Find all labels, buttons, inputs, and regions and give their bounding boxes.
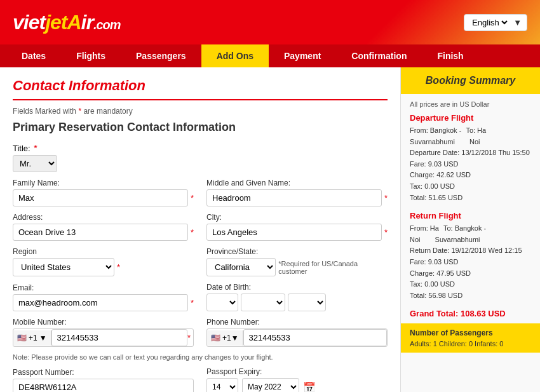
middle-given-label: Middle and Given Name: (206, 179, 388, 187)
address-row: Address: * City: * (13, 213, 388, 241)
logo-vietjet: vietjetAir (13, 11, 93, 34)
address-input[interactable] (13, 224, 188, 241)
tab-confirmation[interactable]: Confirmation (336, 44, 422, 67)
dob-year-select[interactable] (288, 294, 326, 311)
return-title: Return Flight (410, 211, 531, 220)
region-select[interactable]: United States (13, 258, 114, 276)
passport-label: Passport Number: (13, 368, 194, 377)
address-group: Address: * (13, 213, 194, 241)
province-group: Province/State: California *Required for… (206, 247, 388, 276)
departure-total: Total: 51.65 USD (410, 193, 531, 204)
calendar-icon[interactable]: 📅 (303, 381, 316, 393)
province-select[interactable]: California (206, 258, 276, 276)
dob-month-select[interactable] (241, 294, 285, 311)
departure-charge: Charge: 42.62 USD (410, 170, 531, 181)
summary-header: Booking Summary (401, 67, 540, 94)
language-selector[interactable]: English ▼ (464, 14, 527, 31)
departure-date: Departure Date: 13/12/2018 Thu 15:50 (410, 147, 531, 159)
province-note: *Required for US/Canada customer (278, 260, 388, 275)
tab-payment[interactable]: Payment (269, 44, 336, 67)
page-title: Contact Information (13, 78, 388, 100)
tab-flights[interactable]: Flights (61, 44, 121, 67)
expiry-month-select[interactable]: May 2022 (242, 378, 299, 392)
passport-group: Passport Number: (13, 368, 194, 392)
expiry-day-select[interactable]: 14 (206, 378, 238, 392)
middle-given-input[interactable] (206, 189, 382, 206)
mobile-label: Mobile Number: (13, 318, 194, 327)
tab-dates[interactable]: Dates (6, 44, 61, 67)
logo-com: .com (93, 18, 121, 32)
city-group: City: * (206, 213, 388, 241)
departure-to-sub: Noi (469, 138, 480, 145)
summary-title: Booking Summary (410, 75, 531, 86)
province-label: Province/State: (206, 247, 388, 256)
mandatory-note: Fields Marked with * are mandatory (13, 107, 388, 116)
departure-tax: Tax: 0.00 USD (410, 181, 531, 193)
departure-from: From: Bangkok - (410, 126, 461, 134)
phone-row: Mobile Number: 🇺🇸+1▼ * Phone Number: 🇺🇸+… (13, 318, 388, 347)
dob-inputs (206, 294, 388, 311)
return-tax: Tax: 0.00 USD (410, 279, 531, 290)
phone-input[interactable] (243, 329, 387, 346)
return-fare: Fare: 9.03 USD (410, 257, 531, 268)
city-label: City: (206, 213, 388, 222)
return-to: To: Bangkok - (443, 224, 486, 232)
return-from-sub: Noi (410, 236, 421, 243)
return-from: From: Ha (410, 224, 439, 232)
tab-addons[interactable]: Add Ons (201, 44, 269, 67)
return-to-sub: Suvarnabhumi (435, 236, 480, 243)
address-label: Address: (13, 213, 194, 222)
currency-note: All prices are in US Dollar (410, 100, 531, 108)
passport-row: Passport Number: Passport Expiry: 14 May… (13, 367, 388, 392)
booking-summary: Booking Summary All prices are in US Dol… (400, 67, 540, 392)
grand-total: Grand Total: 108.63 USD (410, 309, 531, 318)
passengers-section: Number of Passengers Adults: 1 Children:… (401, 323, 540, 353)
phone-flag: 🇺🇸+1▼ (207, 330, 243, 346)
return-charge: Charge: 47.95 USD (410, 268, 531, 280)
region-row: Region United States * Province/State: C… (13, 247, 388, 276)
family-name-group: Family Name: * (13, 179, 194, 206)
logo: vietjetAir.com (13, 11, 121, 34)
tab-passengers[interactable]: Passengers (121, 44, 201, 67)
city-input[interactable] (206, 224, 382, 241)
pax-detail: Adults: 1 Children: 0 Infants: 0 (410, 340, 531, 348)
phone-group: Phone Number: 🇺🇸+1▼ (206, 318, 388, 347)
return-flight: Return Flight From: Ha To: Bangkok - Noi… (410, 211, 531, 301)
return-route: From: Ha To: Bangkok - Noi Suvarnabhumi (410, 223, 531, 245)
family-name-input[interactable] (13, 189, 188, 206)
tab-finish[interactable]: Finish (422, 44, 478, 67)
passport-input[interactable] (13, 379, 194, 392)
summary-body: All prices are in US Dollar Departure Fl… (401, 94, 540, 353)
dob-day-select[interactable] (206, 294, 238, 311)
pax-title: Number of Passengers (410, 328, 531, 337)
departure-from-sub: Suvarnabhumi (410, 138, 455, 145)
middle-given-group: Middle and Given Name: * (206, 179, 388, 206)
return-total: Total: 56.98 USD (410, 290, 531, 302)
header: vietjetAir.com English ▼ (0, 0, 540, 44)
departure-route: From: Bangkok - To: Ha Suvarnabhumi Noi (410, 125, 531, 147)
email-dob-row: Email: * Date of Birth: (13, 283, 388, 311)
title-select[interactable]: Mr. Mrs. Ms. (13, 155, 57, 172)
name-row: Family Name: * Middle and Given Name: * (13, 179, 388, 206)
passport-expiry-group: Passport Expiry: 14 May 2022 📅 (206, 367, 388, 392)
section-title: Primary Reservation Contact Information (13, 121, 388, 134)
chevron-down-icon: ▼ (513, 18, 522, 27)
dob-group: Date of Birth: (206, 283, 388, 311)
family-name-label: Family Name: (13, 179, 194, 187)
departure-flight: Departure Flight From: Bangkok - To: Ha … (410, 113, 531, 203)
region-label: Region (13, 247, 194, 256)
sms-note: Note: Please provide so we can call or t… (13, 353, 388, 361)
email-label: Email: (13, 283, 194, 292)
contact-form: Contact Information Fields Marked with *… (0, 67, 400, 392)
passport-expiry-inputs: 14 May 2022 📅 (206, 378, 388, 392)
mobile-flag: 🇺🇸+1▼ (13, 330, 51, 346)
mobile-input[interactable] (51, 329, 187, 346)
departure-to: To: Ha (466, 126, 486, 134)
mobile-group: Mobile Number: 🇺🇸+1▼ * (13, 318, 194, 347)
passport-expiry-label: Passport Expiry: (206, 367, 388, 376)
email-input[interactable] (13, 294, 188, 311)
main-container: Contact Information Fields Marked with *… (0, 67, 540, 392)
return-date: Return Date: 19/12/2018 Wed 12:15 (410, 245, 531, 257)
language-dropdown[interactable]: English (469, 17, 510, 28)
phone-input-wrap: 🇺🇸+1▼ (206, 328, 388, 347)
